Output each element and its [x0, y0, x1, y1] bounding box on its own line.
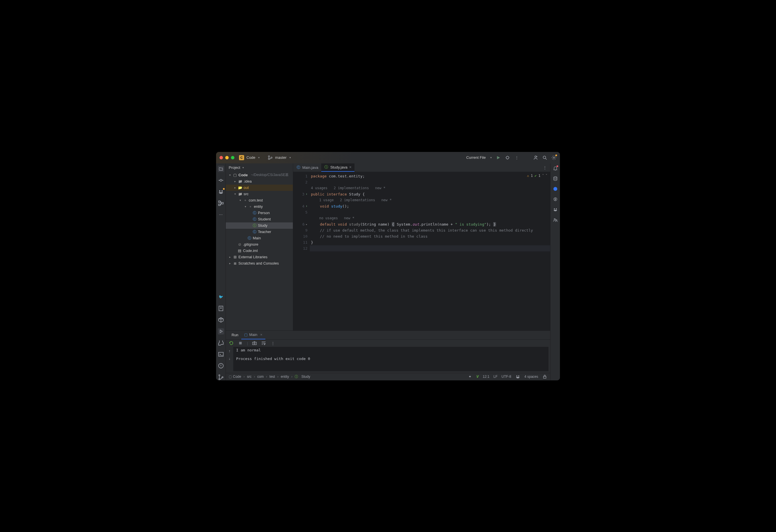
- close-tab-button[interactable]: ×: [349, 165, 351, 169]
- notifications-icon[interactable]: [553, 166, 558, 171]
- tree-file-iml[interactable]: ▤Code.iml: [226, 248, 293, 254]
- structure-tool-icon[interactable]: [218, 200, 224, 206]
- run-config-selector[interactable]: Current File: [466, 155, 486, 160]
- implementations-gutter-icon[interactable]: ⬇: [306, 203, 308, 209]
- tree-class-main[interactable]: ⒸMain: [226, 235, 293, 241]
- breadcrumb[interactable]: Ⓘ Study: [295, 374, 310, 379]
- encoding[interactable]: UTF-8: [502, 375, 511, 379]
- debug-icon[interactable]: [505, 155, 510, 160]
- breadcrumb[interactable]: entity: [281, 375, 289, 379]
- class-icon: Ⓒ: [252, 229, 257, 234]
- maximize-window-button[interactable]: [231, 156, 234, 159]
- tree-folder-idea[interactable]: ▸.idea: [226, 178, 293, 185]
- folder-icon: [238, 179, 242, 184]
- svg-point-6: [553, 157, 555, 158]
- copilot-status-icon[interactable]: [515, 374, 520, 379]
- settings-icon[interactable]: [551, 155, 557, 160]
- stop-icon[interactable]: [238, 341, 243, 346]
- vim-indicator[interactable]: V: [476, 375, 479, 379]
- folder-icon: [238, 185, 242, 190]
- tree-interface-study[interactable]: ⒾStudy: [226, 222, 293, 229]
- breadcrumb[interactable]: test: [269, 375, 275, 379]
- down-icon[interactable]: ↓: [227, 356, 232, 361]
- copilot-icon[interactable]: [218, 189, 224, 195]
- breadcrumb[interactable]: com: [257, 375, 264, 379]
- chevron-down-icon: ▾: [289, 156, 291, 159]
- ai-icon[interactable]: [553, 197, 558, 202]
- line-ending[interactable]: LF: [494, 375, 498, 379]
- tree-scratches[interactable]: ▸≣Scratches and Consoles: [226, 260, 293, 267]
- lock-icon[interactable]: [542, 374, 547, 379]
- services-tool-icon[interactable]: [218, 317, 224, 323]
- search-icon[interactable]: [542, 155, 547, 160]
- run-icon[interactable]: [496, 155, 501, 160]
- breadcrumb[interactable]: src: [247, 375, 251, 379]
- build-tool-icon[interactable]: [218, 340, 224, 346]
- project-panel-header[interactable]: Project ▾: [226, 163, 293, 172]
- folder-icon: [238, 192, 242, 196]
- tree-class-student[interactable]: ⒸStudent: [226, 216, 293, 222]
- code-body[interactable]: ⚠1 ✔1 ˄ ˅ package com.test.entity; 4 usa…: [310, 172, 550, 331]
- window-controls: [219, 156, 234, 159]
- screenshot-icon[interactable]: [252, 341, 257, 346]
- code-area[interactable]: 1 2 3⬇ 4⬇ 5 6▸ 9 10 11 12: [293, 172, 550, 331]
- tree-package-entity[interactable]: ▾▫entity: [226, 203, 293, 210]
- copilot-panel-icon[interactable]: [553, 207, 558, 212]
- svg-point-14: [219, 375, 220, 376]
- soft-wrap-icon[interactable]: [261, 341, 266, 346]
- project-tool-icon[interactable]: [218, 166, 224, 172]
- file-icon: ▤: [237, 248, 242, 253]
- more-tools-icon[interactable]: ⋯: [218, 211, 224, 218]
- output-line: I am normal: [236, 348, 546, 352]
- output-line: Process finished with exit code 0: [236, 357, 546, 361]
- code-with-me-icon[interactable]: [533, 155, 538, 160]
- run-tool-icon[interactable]: [218, 328, 224, 335]
- tree-class-person[interactable]: ⒸPerson: [226, 210, 293, 216]
- run-panel-title[interactable]: Run: [229, 331, 241, 339]
- tree-package-comtest[interactable]: ▾▫com.test: [226, 197, 293, 203]
- run-config-tab[interactable]: ▢Main×: [241, 331, 265, 339]
- chevron-up-icon[interactable]: ˄: [542, 174, 544, 178]
- interface-icon: Ⓘ: [324, 165, 329, 169]
- up-icon[interactable]: ↑: [227, 349, 232, 354]
- close-icon[interactable]: ×: [260, 333, 262, 337]
- collab-icon[interactable]: [553, 217, 558, 222]
- implementations-gutter-icon[interactable]: ⬇: [306, 191, 308, 197]
- commit-tool-icon[interactable]: [218, 177, 224, 183]
- run-output[interactable]: I am normal Process finished with exit c…: [233, 347, 549, 371]
- tab-main-java[interactable]: ⒸMain.java: [293, 163, 321, 172]
- bookmarks-icon[interactable]: [218, 305, 224, 312]
- more-icon[interactable]: ⋮: [514, 155, 519, 160]
- more-icon[interactable]: ⋮: [270, 341, 275, 346]
- tree-folder-src[interactable]: ▾src: [226, 191, 293, 197]
- status-bar: ▢Code› src› com› test› entity› Ⓘ Study ✦…: [226, 373, 550, 380]
- branch-icon[interactable]: [268, 155, 273, 160]
- database-icon[interactable]: [553, 176, 558, 181]
- tree-class-teacher[interactable]: ⒸTeacher: [226, 229, 293, 235]
- inspections-widget[interactable]: ⚠1 ✔1 ˄ ˅: [527, 174, 547, 178]
- more-icon[interactable]: ⋮: [542, 165, 547, 170]
- git-tool-icon[interactable]: [218, 374, 224, 380]
- chat-icon[interactable]: [553, 186, 558, 191]
- svg-point-22: [553, 187, 557, 191]
- tree-external-libraries[interactable]: ▸⊞External Libraries: [226, 254, 293, 260]
- breadcrumb[interactable]: ▢Code: [229, 375, 241, 379]
- tab-study-java[interactable]: ⒾStudy.java×: [321, 163, 355, 172]
- tree-folder-out[interactable]: ▸out: [226, 185, 293, 191]
- project-name[interactable]: Code: [246, 155, 255, 160]
- cursor-position[interactable]: 12:1: [483, 375, 490, 379]
- chevron-down-icon[interactable]: ˅: [546, 174, 547, 178]
- rerun-icon[interactable]: [229, 341, 234, 346]
- git-branch[interactable]: master: [275, 155, 286, 160]
- tree-file-gitignore[interactable]: ⊘.gitignore: [226, 241, 293, 248]
- python-packages-icon[interactable]: 🐦: [218, 294, 224, 300]
- tree-root[interactable]: ▾▢Code ~/Desktop/CS/JavaSE基: [226, 172, 293, 178]
- terminal-tool-icon[interactable]: [218, 351, 224, 357]
- problems-tool-icon[interactable]: [218, 363, 224, 369]
- project-panel-title: Project: [229, 165, 240, 170]
- indent-setting[interactable]: 4 spaces: [525, 375, 538, 379]
- close-window-button[interactable]: [219, 156, 223, 159]
- minimize-window-button[interactable]: [225, 156, 229, 159]
- package-icon: ▫: [243, 198, 247, 203]
- ai-assistant-icon[interactable]: ✦: [467, 374, 472, 379]
